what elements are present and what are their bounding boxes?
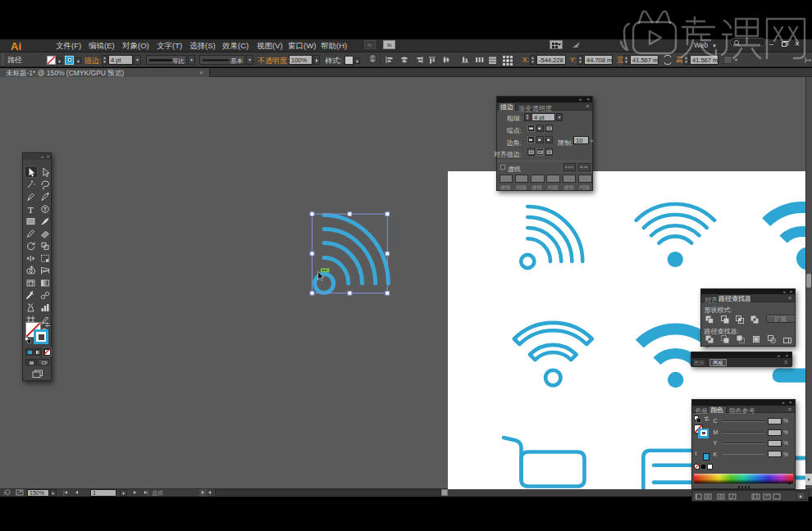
svg-text:T: T	[28, 205, 34, 215]
